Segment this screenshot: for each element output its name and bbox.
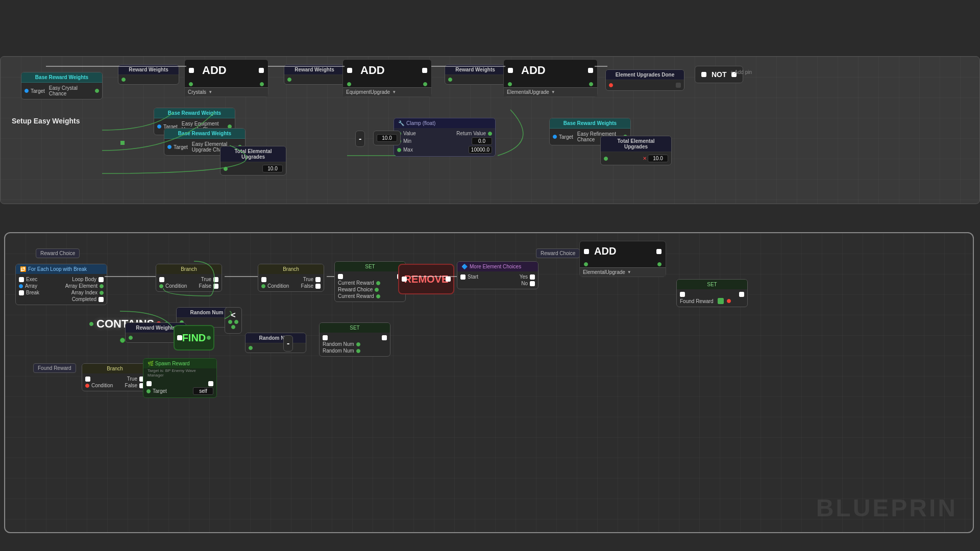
clamp-node: 🔧 Clamp (float) Value Return Value Min 0… (394, 118, 496, 157)
add-pin[interactable]: + Add pin (730, 69, 752, 75)
base-reward-node-1: Base Reward Weights Target Easy Crystal … (21, 72, 103, 99)
reward-choice-label-top: Reward Choice (36, 248, 80, 258)
total-elemental: Total Elemental Upgrades 10.0 (220, 146, 286, 176)
branch-node-2: Branch True Condition False (258, 264, 324, 292)
add-equipment-node: ADD EquipmentUpgrade ▼ (342, 59, 432, 97)
found-reward-label: Found Reward (33, 363, 76, 373)
remove-node: REMOVE (398, 264, 454, 294)
math-val-top: 10.0 (373, 131, 401, 145)
set-node-2: SET Random Num Random Num (319, 322, 390, 357)
reward-weights-1: Reward Weights (118, 64, 179, 85)
comparison-node: < (225, 307, 242, 334)
find-node: FIND (174, 325, 214, 350)
bottom-canvas: Reward Choice CONTAINS 🔁 For Each Loop w… (4, 232, 974, 533)
math-minus-top: - (355, 131, 365, 147)
element-upgrades-done: Element Upgrades Done (605, 69, 684, 91)
math-sub-bottom: - (283, 335, 293, 352)
watermark: BLUEPRIN (816, 494, 958, 522)
set-node-1: SET Current Reward Reward Choice Current… (334, 261, 406, 302)
branch-node-1: Branch True Condition False (156, 264, 222, 292)
reward-weights-3: Reward Weights (445, 64, 506, 85)
group-label: Setup Easy Weights (12, 117, 80, 125)
connection-dot (120, 338, 125, 343)
reward-weights-2: Reward Weights (284, 64, 345, 85)
add-elemental-node: ADD ElementalUpgrade ▼ (503, 59, 598, 97)
more-element-choices: 🔷 More Element Choices Start Yes No (457, 261, 538, 289)
reward-choice-label-right: Reward Choice (536, 248, 580, 258)
spawn-reward-node: 🌿 Spawn Reward Target is: BP Enemy Wave … (143, 358, 217, 398)
set-node-right: SET Found Reward (676, 279, 748, 307)
add-crystals-node: ADD Crystals ▼ (184, 59, 268, 97)
random-num-bottom: Random Num (245, 333, 306, 353)
foreach-node: 🔁 For Each Loop with Break Exec Loop Bod… (15, 264, 107, 305)
branch-node-3: Branch True Condition False (82, 363, 148, 391)
top-canvas: Setup Easy Weights Base Reward Weights T… (0, 56, 980, 204)
add-node-right: ADD ElementalUpgrade ▼ (579, 241, 666, 277)
total-elemental-2: Total Elemental Upgrades ✕ 10.0 (600, 136, 672, 165)
